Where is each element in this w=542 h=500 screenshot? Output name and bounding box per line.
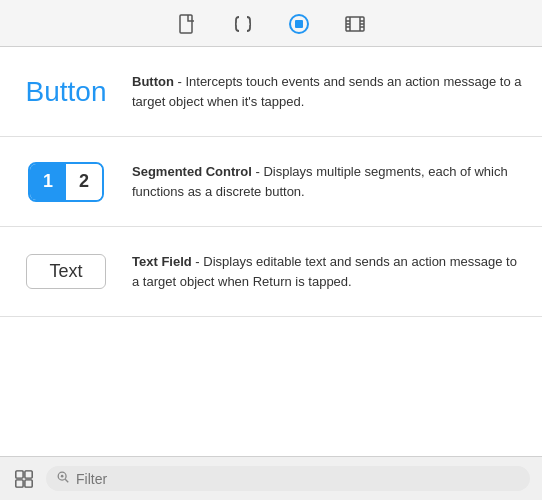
textfield-preview: Text	[16, 254, 116, 289]
film-strip-icon[interactable]	[341, 10, 369, 38]
textfield-title: Text Field	[132, 254, 192, 269]
list-area: Button Button - Intercepts touch events …	[0, 47, 542, 456]
component-icon[interactable]	[285, 10, 313, 38]
segmented-preview: 1 2	[16, 162, 116, 202]
svg-rect-2	[295, 20, 303, 28]
svg-rect-13	[25, 470, 32, 477]
toolbar	[0, 0, 542, 47]
textfield-description: Text Field - Displays editable text and …	[132, 252, 526, 291]
svg-rect-15	[25, 479, 32, 486]
filter-icon	[56, 470, 70, 487]
svg-line-17	[65, 479, 68, 482]
textfield-preview-widget: Text	[26, 254, 106, 289]
button-preview-label: Button	[26, 76, 107, 108]
grid-icon[interactable]	[12, 467, 36, 491]
svg-rect-14	[16, 479, 23, 486]
file-icon[interactable]	[173, 10, 201, 38]
list-item-button[interactable]: Button Button - Intercepts touch events …	[0, 47, 542, 137]
segmented-title: Segmented Control	[132, 164, 252, 179]
seg-item-1: 1	[30, 164, 66, 200]
seg-item-2: 2	[66, 164, 102, 200]
svg-point-18	[61, 475, 64, 478]
list-item-segmented[interactable]: 1 2 Segmented Control - Displays multipl…	[0, 137, 542, 227]
object-icon[interactable]	[229, 10, 257, 38]
segmented-description: Segmented Control - Displays multiple se…	[132, 162, 526, 201]
button-title: Button	[132, 74, 174, 89]
list-item-textfield[interactable]: Text Text Field - Displays editable text…	[0, 227, 542, 317]
button-preview: Button	[16, 76, 116, 108]
button-desc-text: - Intercepts touch events and sends an a…	[132, 74, 521, 109]
svg-rect-0	[180, 15, 192, 33]
svg-rect-12	[16, 470, 23, 477]
segmented-control-widget: 1 2	[28, 162, 104, 202]
bottom-bar	[0, 456, 542, 500]
button-description: Button - Intercepts touch events and sen…	[132, 72, 526, 111]
filter-input[interactable]	[76, 471, 520, 487]
filter-wrapper[interactable]	[46, 466, 530, 491]
